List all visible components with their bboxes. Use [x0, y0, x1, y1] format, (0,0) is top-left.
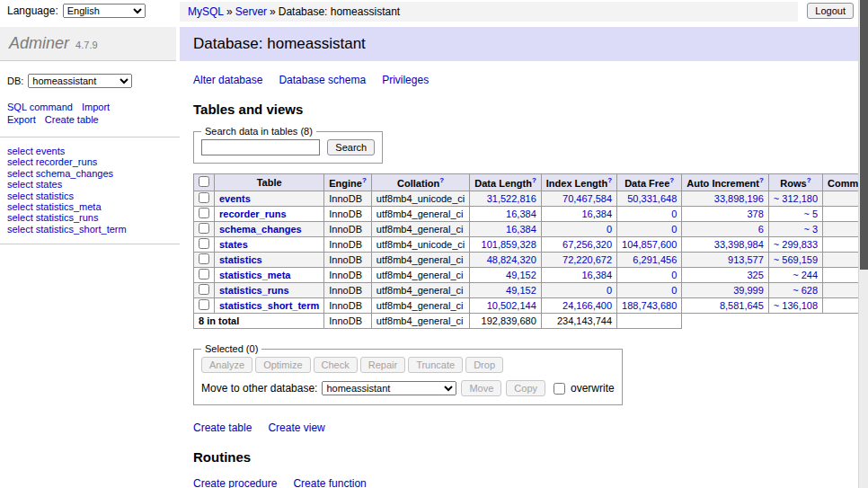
create-link[interactable]: Create table — [193, 421, 252, 434]
selected-legend: Selected (0) — [201, 343, 261, 354]
table-name-link[interactable]: statistics_runs — [219, 285, 289, 296]
table-name-link[interactable]: statistics_short_term — [219, 300, 319, 311]
row-select-cell — [194, 283, 215, 298]
cell-engine: InnoDB — [324, 191, 372, 207]
repair-button[interactable]: Repair — [360, 357, 405, 373]
cell-collation: utf8mb4_general_ci — [371, 207, 469, 222]
sidebar-table-link[interactable]: select statistics_runs — [7, 212, 173, 223]
table-name-link[interactable]: events — [219, 193, 251, 204]
cell-auto-increment: 33,398,984 — [682, 237, 769, 253]
row-select-checkbox[interactable] — [199, 192, 209, 203]
sidebar-link[interactable]: Create table — [45, 114, 99, 125]
search-input[interactable] — [201, 139, 320, 155]
row-select-cell — [194, 237, 215, 253]
row-select-checkbox[interactable] — [199, 253, 209, 264]
sidebar-table-list: select eventsselect recorder_runsselect … — [0, 138, 180, 244]
table-row: statistics_metaInnoDButf8mb4_general_ci4… — [194, 268, 868, 283]
column-help-link[interactable]: ? — [807, 176, 811, 184]
cell-rows: ~ 569,159 — [768, 253, 822, 268]
row-select-checkbox[interactable] — [199, 284, 209, 295]
total-index-length-cell: 234,143,744 — [541, 314, 616, 329]
logout-button[interactable]: Logout — [807, 3, 854, 19]
row-select-checkbox[interactable] — [199, 299, 209, 310]
column-help-link[interactable]: ? — [362, 176, 367, 184]
sidebar-link[interactable]: SQL command — [7, 102, 73, 112]
select-all-cell — [194, 174, 215, 191]
check-button[interactable]: Check — [314, 357, 358, 373]
cell-auto-increment: 39,999 — [682, 283, 769, 298]
db-action-link[interactable]: Alter database — [193, 74, 262, 86]
column-header-data-length: Data Length? — [470, 174, 541, 191]
row-select-cell — [194, 268, 215, 283]
sidebar-link[interactable]: Import — [82, 102, 110, 112]
cell-data-length: 48,824,320 — [470, 253, 541, 268]
cell-data-free: 0 — [617, 207, 682, 222]
tables-heading: Tables and views — [193, 102, 868, 117]
overwrite-checkbox[interactable] — [554, 383, 565, 395]
language-select[interactable]: English — [63, 4, 146, 18]
column-help-link[interactable]: ? — [607, 176, 612, 184]
routine-link[interactable]: Create procedure — [193, 477, 277, 488]
table-name-link[interactable]: statistics — [219, 254, 262, 265]
search-button[interactable]: Search — [327, 139, 375, 155]
select-all-checkbox[interactable] — [199, 176, 209, 187]
table-name-link[interactable]: states — [219, 239, 248, 250]
sidebar-links: SQL commandImportExportCreate table — [0, 99, 180, 138]
column-help-link[interactable]: ? — [532, 176, 536, 184]
optimize-button[interactable]: Optimize — [255, 357, 310, 373]
create-link[interactable]: Create view — [268, 421, 324, 434]
cell-index-length: 67,256,320 — [541, 237, 616, 253]
row-select-checkbox[interactable] — [199, 208, 209, 218]
sidebar-table-link[interactable]: select recorder_runs — [7, 156, 173, 167]
vertical-scrollbar[interactable] — [858, 0, 868, 488]
column-help-link[interactable]: ? — [759, 176, 764, 184]
move-db-select[interactable]: homeassistant — [322, 381, 456, 395]
search-legend: Search data in tables (8) — [201, 126, 316, 137]
row-select-checkbox[interactable] — [199, 238, 209, 249]
scrollbar-thumb[interactable] — [860, 0, 868, 270]
row-select-checkbox[interactable] — [199, 223, 209, 234]
cell-engine: InnoDB — [324, 207, 372, 222]
move-button[interactable]: Move — [461, 380, 501, 396]
cell-engine: InnoDB — [324, 268, 372, 283]
sidebar-table-link[interactable]: select statistics_short_term — [7, 224, 173, 235]
total-data-length-cell: 192,839,680 — [470, 314, 541, 329]
breadcrumb: MySQL»Server»Database: homeassistant — [180, 2, 798, 22]
truncate-button[interactable]: Truncate — [408, 357, 463, 373]
total-engine-cell: InnoDB — [324, 314, 372, 329]
copy-button[interactable]: Copy — [506, 380, 545, 396]
db-action-link[interactable]: Database schema — [279, 74, 366, 86]
cell-data-free: 188,743,680 — [617, 298, 682, 314]
table-name-link[interactable]: schema_changes — [219, 224, 302, 235]
sidebar-table-link[interactable]: select statistics — [7, 191, 173, 201]
language-area: Language: English — [0, 2, 180, 18]
db-select[interactable]: homeassistant — [28, 74, 132, 88]
db-action-link[interactable]: Privileges — [382, 74, 429, 86]
table-row: eventsInnoDButf8mb4_unicode_ci31,522,816… — [194, 191, 868, 207]
table-name-link[interactable]: recorder_runs — [219, 209, 287, 219]
sidebar-table-link[interactable]: select statistics_meta — [7, 201, 173, 212]
cell-data-free: 0 — [617, 283, 682, 298]
table-row: statesInnoDButf8mb4_unicode_ci101,859,32… — [194, 237, 868, 253]
sidebar-link[interactable]: Export — [7, 114, 36, 125]
breadcrumb-server-link[interactable]: Server — [235, 5, 267, 18]
table-name-link[interactable]: statistics_meta — [219, 270, 291, 280]
sidebar-table-link[interactable]: select schema_changes — [7, 168, 173, 179]
column-help-link[interactable]: ? — [439, 176, 444, 184]
sidebar-table-link[interactable]: select states — [7, 179, 173, 190]
cell-data-length: 101,859,328 — [470, 237, 541, 253]
cell-collation: utf8mb4_general_ci — [371, 298, 469, 314]
cell-rows: ~ 299,833 — [768, 237, 822, 253]
analyze-button[interactable]: Analyze — [201, 357, 252, 373]
drop-button[interactable]: Drop — [465, 357, 503, 373]
cell-auto-increment: 6 — [682, 222, 769, 237]
row-select-checkbox[interactable] — [199, 269, 209, 279]
cell-data-free: 0 — [617, 222, 682, 237]
routines-heading: Routines — [193, 449, 868, 465]
breadcrumb-mysql-link[interactable]: MySQL — [188, 5, 224, 18]
routine-link[interactable]: Create function — [293, 477, 366, 488]
row-select-cell — [194, 222, 215, 237]
total-data-free-cell — [617, 314, 682, 329]
column-help-link[interactable]: ? — [669, 176, 674, 184]
sidebar-table-link[interactable]: select events — [7, 146, 173, 156]
